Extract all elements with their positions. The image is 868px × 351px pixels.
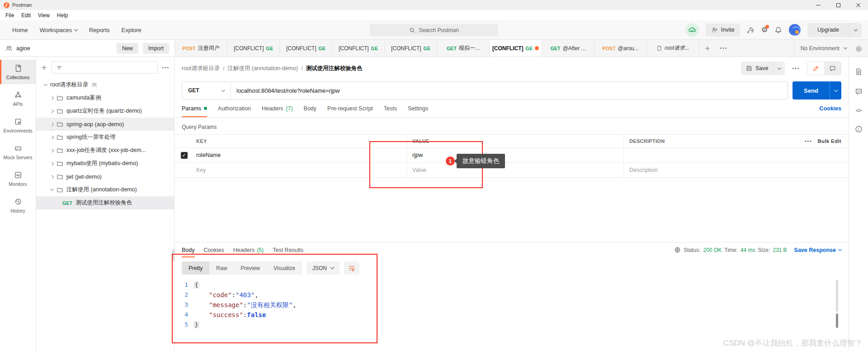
response-tab-body[interactable]: Body [182, 242, 195, 257]
rail-history[interactable]: History [0, 193, 36, 218]
new-button[interactable]: New [117, 43, 138, 54]
tab-authorization[interactable]: Authorization [218, 100, 251, 117]
bulk-edit-button[interactable]: Bulk Edit [817, 138, 841, 144]
rail-apis[interactable]: APIs [0, 86, 36, 111]
folder-spring-aop[interactable]: spring-aop (aop-demo) [36, 118, 174, 131]
response-scrollbar-track[interactable] [836, 280, 838, 312]
tab-pre-request[interactable]: Pre-request Script [327, 100, 373, 117]
send-dropdown[interactable] [830, 81, 841, 100]
info-icon[interactable] [855, 125, 863, 133]
method-select[interactable]: GET [182, 82, 231, 99]
comments-icon[interactable] [855, 88, 863, 95]
nav-home[interactable]: Home [6, 23, 34, 37]
fold-open-brace[interactable]: { [193, 282, 199, 289]
bell-icon[interactable] [774, 26, 782, 34]
request-item-selected[interactable]: GET 测试使用注解校验角色 [36, 196, 174, 209]
avatar[interactable] [789, 24, 801, 36]
breadcrumb-root[interactable]: root请求根目录 [182, 65, 220, 72]
folder-mybatis[interactable]: mybatis使用 (mybatis-demo) [36, 157, 174, 170]
plus-icon[interactable] [41, 64, 47, 71]
tab-conflict-active[interactable]: [CONFLICT] GE [490, 40, 542, 57]
placeholder-key-cell[interactable]: Key [193, 167, 406, 173]
rail-environments[interactable]: Environments [0, 113, 36, 138]
maximize-button[interactable] [828, 0, 848, 10]
comment-mode-button[interactable] [824, 62, 841, 75]
tab-register-user[interactable]: POST 注册用户 [175, 40, 227, 57]
breadcrumb-folder[interactable]: 注解使用 (annotation-demo) [228, 65, 298, 72]
tab-body[interactable]: Body [304, 100, 317, 117]
response-tab-cookies[interactable]: Cookies [204, 242, 224, 257]
tab-headers[interactable]: Headers (7) [262, 100, 293, 117]
response-scrollbar-thumb[interactable] [836, 313, 838, 328]
documentation-icon[interactable] [855, 68, 863, 76]
upgrade-button[interactable]: Upgrade [807, 23, 862, 37]
param-key-cell[interactable]: roleName [193, 152, 406, 158]
line-number[interactable]: 5 [175, 320, 193, 330]
line-number[interactable]: 1 [175, 280, 193, 290]
workspace-name[interactable]: agioe [16, 45, 30, 52]
send-button[interactable]: Send [793, 81, 841, 100]
wrap-lines-button[interactable] [344, 261, 359, 275]
tab-after[interactable]: GET @After ... [542, 40, 594, 57]
url-input[interactable] [231, 87, 788, 94]
line-number[interactable]: 2 [175, 290, 193, 300]
view-raw[interactable]: Raw [209, 261, 234, 275]
folder-spring-exception[interactable]: spring统一异常处理 [36, 131, 174, 144]
save-response-button[interactable]: Save Response [794, 247, 841, 253]
view-pretty[interactable]: Pretty [182, 261, 209, 275]
nav-reports[interactable]: Reports [83, 23, 116, 37]
menu-help[interactable]: Help [53, 11, 72, 20]
tab-around[interactable]: POST @arou... [594, 40, 647, 57]
menu-file[interactable]: File [2, 11, 18, 20]
response-tab-test-results[interactable]: Test Results [273, 242, 303, 257]
tab-tests[interactable]: Tests [384, 100, 397, 117]
cookies-link[interactable]: Cookies [819, 100, 841, 117]
rail-collections[interactable]: Collections [0, 60, 36, 84]
nav-explore[interactable]: Explore [116, 23, 147, 37]
folder-jwt[interactable]: jwt (jwt-demo) [36, 170, 174, 183]
folder-xxx-job[interactable]: xxx-job任务调度 (xxx-job-dem... [36, 144, 174, 157]
minimize-button[interactable] [808, 0, 828, 10]
code-snippet-icon[interactable]: </> [856, 108, 862, 113]
satellite-icon[interactable] [747, 26, 755, 34]
edit-mode-button[interactable] [807, 62, 824, 75]
menu-view[interactable]: View [34, 11, 53, 20]
close-button[interactable] [848, 0, 868, 10]
tab-conflict-4[interactable]: [CONFLICT] GE [385, 40, 437, 57]
settings-button[interactable]: ⚙ [761, 26, 768, 33]
format-select[interactable]: JSON [307, 261, 340, 275]
tab-settings[interactable]: Settings [408, 100, 428, 117]
filter-input[interactable] [52, 62, 158, 74]
placeholder-value-cell[interactable]: Value [406, 163, 623, 177]
line-number[interactable]: 3 [175, 300, 193, 310]
tab-options-button[interactable]: ••• [716, 40, 732, 57]
menu-edit[interactable]: Edit [18, 11, 34, 20]
view-visualize[interactable]: Visualize [267, 261, 302, 275]
folder-annotation[interactable]: 注解使用 (annotation-demo) [36, 183, 174, 196]
line-number[interactable]: 4 [175, 310, 193, 320]
rail-mock-servers[interactable]: Mock Servers [0, 140, 36, 164]
rail-monitors[interactable]: Monitors [0, 166, 36, 191]
param-checkbox[interactable]: ✓ [181, 152, 188, 159]
tab-conflict-1[interactable]: [CONFLICT] GE [227, 40, 280, 57]
param-value-cell[interactable]: rjpw [406, 148, 623, 162]
tab-simulate[interactable]: GET 模拟一... [437, 40, 490, 57]
sync-status-button[interactable] [685, 23, 699, 37]
folder-quartz[interactable]: quartz定时任务 (quartz-demo) [36, 104, 174, 118]
sidebar-resize-handle[interactable] [172, 249, 175, 261]
upgrade-dropdown[interactable] [849, 23, 862, 37]
response-tab-headers[interactable]: Headers (5) [233, 242, 264, 257]
request-more-button[interactable]: ••• [792, 66, 800, 71]
import-button[interactable]: Import [143, 43, 169, 54]
environment-selector[interactable]: No Environment [801, 45, 840, 52]
collection-root[interactable]: root请求根目录 [36, 78, 174, 91]
tab-params[interactable]: Params [182, 100, 207, 117]
new-tab-button[interactable] [699, 40, 716, 57]
search-input[interactable]: Search Postman [370, 24, 498, 36]
placeholder-description-cell[interactable]: Description [623, 163, 803, 177]
invite-button[interactable]: Invite [706, 24, 740, 37]
sidebar-more-button[interactable]: ••• [162, 65, 170, 70]
nav-workspaces[interactable]: Workspaces [34, 23, 83, 37]
param-description-cell[interactable] [623, 148, 803, 162]
save-button[interactable]: Save [741, 62, 785, 75]
